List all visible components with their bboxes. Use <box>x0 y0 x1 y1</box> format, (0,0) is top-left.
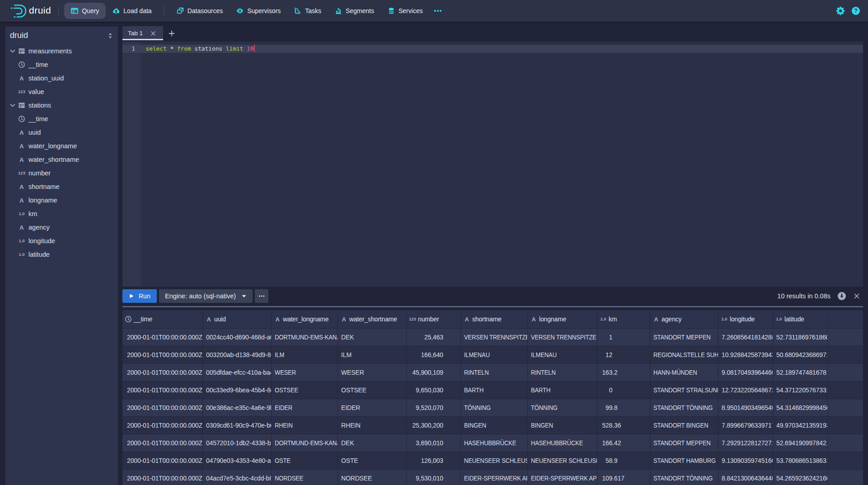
tree-table-measurements[interactable]: measurements <box>5 44 118 58</box>
cell-number[interactable]: 9,520,070 <box>407 399 461 417</box>
cell-water_longname[interactable]: OSTE <box>272 452 338 470</box>
cell-water_longname[interactable]: EIDER <box>272 399 338 417</box>
cell-__time[interactable]: 2000-01-01T00:00:00.000Z <box>122 399 203 417</box>
cell-shortname[interactable]: ILMENAU <box>461 346 528 364</box>
cell-__time[interactable]: 2000-01-01T00:00:00.000Z <box>122 364 203 381</box>
panel-splitter[interactable] <box>122 306 863 307</box>
cell-uuid[interactable]: 00c33ed9-6bea-45b4-8d3c <box>203 381 272 399</box>
tab-close-icon[interactable] <box>150 30 156 37</box>
tab-tab1[interactable]: Tab 1 <box>122 26 163 40</box>
cell-__time[interactable]: 2000-01-01T00:00:00.000Z <box>122 329 203 346</box>
cell-latitude[interactable]: 54.3712205767331 <box>773 381 828 399</box>
cell-water_longname[interactable]: DORTMUND-EMS-KANAL <box>272 329 338 346</box>
nav-item-datasources[interactable]: Datasources <box>170 3 230 19</box>
tree-column-longitude[interactable]: 1.0longitude <box>5 234 118 248</box>
cell-shortname[interactable]: EIDER-SPERRWERK APE <box>461 470 528 485</box>
engine-select-button[interactable]: Engine: auto (sql-native) <box>159 289 253 303</box>
cell-number[interactable]: 166,640 <box>407 346 461 364</box>
cell-__time[interactable]: 2000-01-01T00:00:00.000Z <box>122 434 203 452</box>
cell-shortname[interactable]: RINTELN <box>461 364 528 381</box>
chevron-down-icon[interactable] <box>9 47 16 55</box>
cell-uuid[interactable]: 04572010-1db2-4338-b546 <box>203 434 272 452</box>
cell-latitude[interactable]: 49.9703421359193 <box>773 417 828 434</box>
cell-km[interactable]: 0.000 <box>597 381 650 399</box>
cell-latitude[interactable]: 52.6941909978421 <box>773 434 828 452</box>
cell-longitude[interactable]: 9.08170493964460 <box>718 364 773 381</box>
column-header-__time[interactable]: __time <box>122 310 203 328</box>
cell-km[interactable]: 58.900 <box>597 452 650 470</box>
cell-water_shortname[interactable]: EIDER <box>338 399 407 417</box>
cell-km[interactable]: 1.000 <box>597 329 650 346</box>
download-icon[interactable] <box>837 292 846 301</box>
column-header-longname[interactable]: Alongname <box>528 310 597 328</box>
cell-water_shortname[interactable]: OSTSEE <box>338 381 407 399</box>
cell-number[interactable]: 25,463 <box>407 329 461 346</box>
cell-water_longname[interactable]: OSTSEE <box>272 381 338 399</box>
cell-agency[interactable]: REGIONALSTELLE SUHL <box>650 346 718 364</box>
cell-number[interactable]: 9,530,010 <box>407 470 461 485</box>
help-icon[interactable]: ? <box>851 6 860 15</box>
cell-agency[interactable]: STANDORT HAMBURG <box>650 452 718 470</box>
cell-number[interactable]: 45,900,109 <box>407 364 461 381</box>
column-header-km[interactable]: 1.0km <box>597 310 650 328</box>
nav-item-query[interactable]: Query <box>64 3 106 19</box>
tree-column-number[interactable]: 123number <box>5 166 118 180</box>
cell-longname[interactable]: EIDER-SPERRWERK APE <box>528 470 597 485</box>
cell-water_longname[interactable]: RHEIN <box>272 417 338 434</box>
cell-longitude[interactable]: 7.26085641814288 <box>718 329 773 346</box>
tree-column-longname[interactable]: Alongname <box>5 193 118 207</box>
cell-water_longname[interactable]: DORTMUND-EMS-KANAL <box>272 434 338 452</box>
chevron-down-icon[interactable] <box>9 102 16 109</box>
nav-item-segments[interactable]: Segments <box>328 3 381 19</box>
tree-column-km[interactable]: 1.0km <box>5 207 118 221</box>
cell-latitude[interactable]: 54.3146829998450 <box>773 399 828 417</box>
cell-agency[interactable]: STANDORT BINGEN <box>650 417 718 434</box>
cell-longitude[interactable]: 8.95014903496540 <box>718 399 773 417</box>
cell-number[interactable]: 9,650,030 <box>407 381 461 399</box>
tree-column-latitude[interactable]: 1.0latitude <box>5 248 118 261</box>
cell-__time[interactable]: 2000-01-01T00:00:00.000Z <box>122 381 203 399</box>
cell-longname[interactable]: NEUENSEER SCHLEUSE <box>528 452 597 470</box>
column-header-number[interactable]: 123number <box>407 310 461 328</box>
tree-column-shortname[interactable]: Ashortname <box>5 180 118 193</box>
cell-longitude[interactable]: 10.9288425873943 <box>718 346 773 364</box>
cell-water_longname[interactable]: ILM <box>272 346 338 364</box>
double-caret-vertical-icon[interactable] <box>107 32 114 39</box>
cell-longname[interactable]: HASEHUBBRÜCKE <box>528 434 597 452</box>
druid-logo[interactable]: druid <box>10 3 51 19</box>
cell-latitude[interactable]: 54.2659236242160 <box>773 470 828 485</box>
cell-longitude[interactable]: 7.29291228127271 <box>718 434 773 452</box>
cell-number[interactable]: 25,300,200 <box>407 417 461 434</box>
column-header-shortname[interactable]: Ashortname <box>461 310 528 328</box>
cell-uuid[interactable]: 04790e03-4353-4e80-a5e6 <box>203 452 272 470</box>
cell-km[interactable]: 528.360 <box>597 417 650 434</box>
cell-longitude[interactable]: 9.13090359745160 <box>718 452 773 470</box>
cell-longname[interactable]: BARTH <box>528 381 597 399</box>
settings-gear-icon[interactable] <box>836 6 845 15</box>
cell-longname[interactable]: ILMENAU <box>528 346 597 364</box>
cell-agency[interactable]: STANDORT MEPPEN <box>650 434 718 452</box>
cell-water_shortname[interactable]: ILM <box>338 346 407 364</box>
column-header-latitude[interactable]: 1.0latitude <box>773 310 828 328</box>
more-menu-button[interactable] <box>430 3 446 19</box>
cell-longitude[interactable]: 7.89966796339717 <box>718 417 773 434</box>
tree-column-agency[interactable]: Aagency <box>5 221 118 234</box>
cell-__time[interactable]: 2000-01-01T00:00:00.000Z <box>122 417 203 434</box>
cell-longname[interactable]: TÖNNING <box>528 399 597 417</box>
cell-shortname[interactable]: VERSEN TRENNSPITZE <box>461 329 528 346</box>
cell-longname[interactable]: RINTELN <box>528 364 597 381</box>
cell-km[interactable]: 99.800 <box>597 399 650 417</box>
cell-shortname[interactable]: BINGEN <box>461 417 528 434</box>
cell-water_longname[interactable]: NORDSEE <box>272 470 338 485</box>
nav-item-supervisors[interactable]: Supervisors <box>230 3 287 19</box>
cell-shortname[interactable]: TÖNNING <box>461 399 528 417</box>
cell-water_shortname[interactable]: DEK <box>338 434 407 452</box>
tree-table-stations[interactable]: stations <box>5 99 118 112</box>
nav-item-services[interactable]: Services <box>381 3 430 19</box>
cell-water_shortname[interactable]: NORDSEE <box>338 470 407 485</box>
cell-shortname[interactable]: BARTH <box>461 381 528 399</box>
cell-latitude[interactable]: 53.7806865138631 <box>773 452 828 470</box>
cell-latitude[interactable]: 52.7311869761860 <box>773 329 828 346</box>
column-header-agency[interactable]: Aagency <box>650 310 718 328</box>
tree-column-station_uuid[interactable]: Astation_uuid <box>5 71 118 85</box>
